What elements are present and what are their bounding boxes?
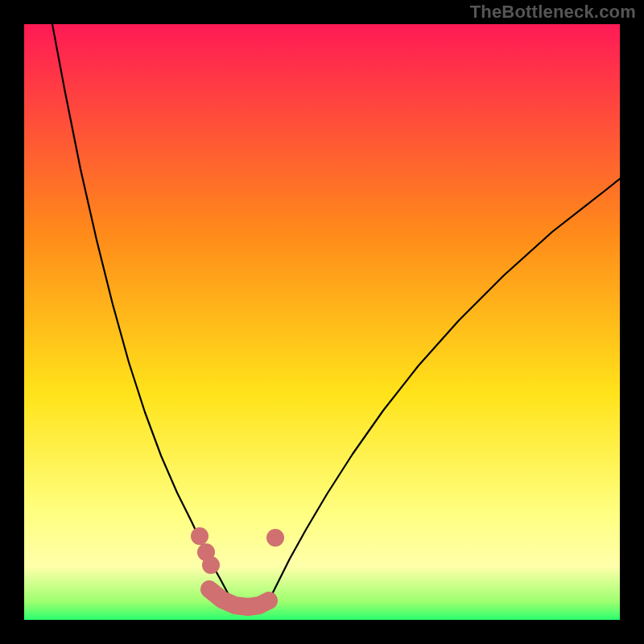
gradient-background xyxy=(24,24,620,620)
marker-left-dot-upper xyxy=(191,527,208,545)
plot-area xyxy=(24,24,620,620)
chart-frame: TheBottleneck.com xyxy=(0,0,644,644)
marker-left-dot-lower xyxy=(202,556,220,574)
marker-right-dot xyxy=(266,529,284,547)
watermark-text: TheBottleneck.com xyxy=(470,2,636,23)
chart-svg xyxy=(24,24,620,620)
